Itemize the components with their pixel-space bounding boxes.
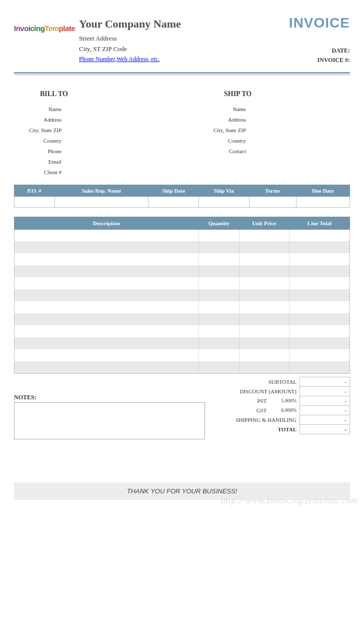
company-street: Street Address	[79, 34, 181, 44]
billto-label: Email	[14, 157, 62, 167]
po-col: Sales Rep. Name	[54, 185, 148, 196]
header-right: INVOICE DATE: INVOICE #:	[289, 15, 350, 65]
notes-area: NOTES:	[14, 377, 205, 439]
po-col: Terms	[249, 185, 296, 196]
po-row	[14, 196, 350, 207]
header-left: InvoicingTemplate Your Company Name Stre…	[14, 15, 181, 64]
company-contact-link[interactable]: Phone Number,Web Address, etc.	[79, 56, 160, 63]
po-col: Ship Via	[199, 185, 250, 196]
shipto-label: Country	[182, 136, 246, 146]
gst-label: GST	[215, 405, 270, 415]
po-table: P.O. # Sales Rep. Name Ship Date Ship Vi…	[14, 185, 350, 208]
ship-to-head: SHIP TO	[182, 90, 350, 98]
invoice-meta: DATE: INVOICE #:	[289, 46, 350, 65]
po-col: P.O. #	[14, 185, 55, 196]
item-row	[14, 337, 350, 349]
item-row	[14, 253, 350, 265]
item-row	[14, 289, 350, 301]
invoice-page: InvoicingTemplate Your Company Name Stre…	[0, 0, 364, 510]
billto-label: Phone	[14, 146, 62, 157]
company-city: City, ST ZIP Code	[79, 44, 181, 55]
gst-value: -	[300, 405, 350, 415]
bill-to: BILL TO Name Address City, State ZIP Cou…	[14, 90, 182, 177]
items-col: Quantity	[199, 217, 240, 229]
total-value: -	[300, 424, 350, 434]
shipto-label: Name	[182, 104, 246, 115]
pst-label: PST	[215, 396, 270, 405]
invoice-title: INVOICE	[289, 15, 350, 31]
meta-invoice-label: INVOICE #:	[289, 56, 350, 65]
pst-rate: 5.000%	[270, 396, 300, 405]
item-row	[14, 229, 350, 241]
billto-label: Country	[14, 136, 62, 146]
shipto-label: City, State ZIP	[182, 125, 246, 136]
company-name: Your Company Name	[79, 15, 181, 33]
billto-label: City, State ZIP	[14, 125, 62, 136]
gst-rate: 6.000%	[270, 405, 300, 415]
items-col: Line Total	[290, 217, 350, 229]
shipping-value: -	[300, 415, 350, 424]
items-table: Description Quantity Unit Price Line Tot…	[14, 217, 350, 374]
item-row	[14, 301, 350, 313]
totals-table: SUBTOTAL- DISCOUNT (AMOUNT)- PST5.000%- …	[215, 377, 350, 434]
billto-label: Name	[14, 104, 62, 115]
notes-box[interactable]	[14, 402, 205, 439]
item-row	[14, 265, 350, 277]
pst-value: -	[300, 396, 350, 405]
logo: InvoicingTemplate	[14, 15, 75, 33]
total-label: TOTAL	[215, 424, 300, 434]
subtotal-label: SUBTOTAL	[215, 377, 300, 386]
notes-label: NOTES:	[14, 394, 205, 401]
item-row	[14, 325, 350, 337]
bill-to-head: BILL TO	[14, 90, 182, 98]
item-row	[14, 349, 350, 361]
item-row	[14, 361, 350, 373]
billto-label: Client #	[14, 167, 62, 178]
shipto-label: Contact	[182, 146, 246, 157]
subtotal-value: -	[300, 377, 350, 386]
ship-to: SHIP TO Name Address City, State ZIP Cou…	[182, 90, 350, 177]
billto-label: Address	[14, 115, 62, 125]
divider	[14, 72, 350, 75]
shipto-label: Address	[182, 115, 246, 125]
discount-label: DISCOUNT (AMOUNT)	[215, 386, 300, 396]
item-row	[14, 241, 350, 253]
item-row	[14, 313, 350, 325]
item-row	[14, 277, 350, 289]
header: InvoicingTemplate Your Company Name Stre…	[14, 15, 350, 65]
items-col: Unit Price	[239, 217, 290, 229]
po-col: Ship Date	[148, 185, 199, 196]
watermark: http://www.InvoicingTemplate.com	[220, 495, 358, 506]
company-info: Your Company Name Street Address City, S…	[79, 15, 181, 64]
meta-date-label: DATE:	[289, 46, 350, 56]
shipping-label: SHIPPING & HANDLING	[215, 415, 300, 424]
addresses: BILL TO Name Address City, State ZIP Cou…	[14, 90, 350, 177]
items-col: Description	[14, 217, 199, 229]
po-col: Due Date	[296, 185, 350, 196]
discount-value: -	[300, 386, 350, 396]
totals-area: NOTES: SUBTOTAL- DISCOUNT (AMOUNT)- PST5…	[14, 377, 350, 439]
